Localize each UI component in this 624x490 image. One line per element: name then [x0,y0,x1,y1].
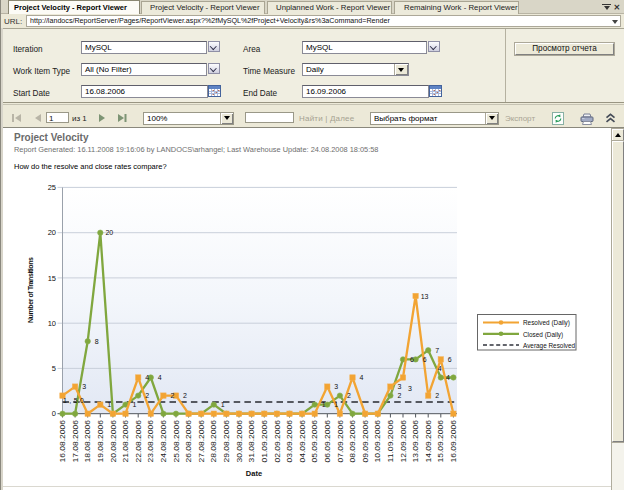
svg-text:5: 5 [52,364,56,373]
svg-text:1: 1 [334,401,338,408]
svg-text:05.09.2006: 05.09.2006 [310,420,319,463]
svg-text:03.09.2006: 03.09.2006 [285,420,294,463]
svg-text:02.09.2006: 02.09.2006 [273,420,282,463]
svg-text:Date: Date [246,469,262,478]
svg-text:3: 3 [408,385,412,392]
svg-text:1: 1 [322,401,326,408]
svg-text:Number of Transitions: Number of Transitions [27,257,34,323]
svg-text:4: 4 [145,374,149,381]
svg-text:15.09.2006: 15.09.2006 [436,420,445,463]
svg-text:3: 3 [82,383,86,390]
svg-text:2: 2 [435,392,439,399]
svg-text:13.09.2006: 13.09.2006 [411,420,420,463]
svg-text:04.09.2006: 04.09.2006 [298,420,307,463]
svg-text:Average Resolved: Average Resolved [523,342,576,350]
svg-text:19.08.2006: 19.08.2006 [96,420,105,463]
svg-text:16.09.2006: 16.09.2006 [449,420,458,463]
svg-text:26.08.2006: 26.08.2006 [184,420,193,463]
svg-text:3: 3 [334,383,338,390]
svg-text:4: 4 [446,374,450,381]
svg-text:20: 20 [105,229,113,236]
svg-text:31.08.2006: 31.08.2006 [247,420,256,463]
svg-text:12.09.2006: 12.09.2006 [399,420,408,463]
svg-text:14.09.2006: 14.09.2006 [424,420,433,463]
svg-text:22.08.2006: 22.08.2006 [134,420,143,463]
svg-text:01.09.2006: 01.09.2006 [260,420,269,463]
svg-text:2: 2 [183,392,187,399]
svg-text:4: 4 [360,374,364,381]
svg-text:1,50: 1,50 [63,397,84,404]
svg-text:6: 6 [410,356,414,363]
svg-text:20: 20 [48,228,56,237]
svg-text:0: 0 [52,409,56,418]
svg-text:06.09.2006: 06.09.2006 [323,420,332,463]
svg-text:1: 1 [133,401,137,408]
svg-text:2: 2 [347,392,351,399]
svg-text:1: 1 [221,401,225,408]
svg-text:1: 1 [107,401,111,408]
svg-text:09.09.2006: 09.09.2006 [361,420,370,463]
svg-text:11.09.2006: 11.09.2006 [386,420,395,463]
svg-text:10: 10 [48,319,56,328]
svg-text:21.08.2006: 21.08.2006 [121,420,130,463]
svg-text:2: 2 [145,392,149,399]
svg-text:20.08.2006: 20.08.2006 [109,420,118,463]
svg-text:2: 2 [397,392,401,399]
svg-text:30.08.2006: 30.08.2006 [235,420,244,463]
svg-text:4: 4 [158,374,162,381]
svg-text:28.08.2006: 28.08.2006 [209,420,218,463]
svg-text:23.08.2006: 23.08.2006 [146,420,155,463]
svg-text:16.08.2006: 16.08.2006 [58,420,67,463]
svg-text:6: 6 [448,356,452,363]
svg-text:7: 7 [435,347,439,354]
svg-text:15: 15 [48,274,56,283]
svg-text:8: 8 [95,338,99,345]
svg-text:2: 2 [170,392,174,399]
svg-text:17.08.2006: 17.08.2006 [71,420,80,463]
svg-text:18.08.2006: 18.08.2006 [83,420,92,463]
svg-text:29.08.2006: 29.08.2006 [222,420,231,463]
svg-text:13: 13 [421,293,429,300]
svg-text:27.08.2006: 27.08.2006 [197,420,206,463]
svg-text:25.08.2006: 25.08.2006 [172,420,181,463]
svg-text:24.08.2006: 24.08.2006 [159,420,168,463]
svg-text:25: 25 [48,183,56,192]
svg-text:10.09.2006: 10.09.2006 [373,420,382,463]
svg-text:3: 3 [397,383,401,390]
svg-text:6: 6 [423,356,427,363]
svg-text:08.09.2006: 08.09.2006 [348,420,357,463]
svg-text:4: 4 [438,365,442,372]
svg-text:Closed (Daily): Closed (Daily) [523,331,563,339]
svg-text:Resolved (Daily): Resolved (Daily) [523,319,570,327]
svg-text:07.09.2006: 07.09.2006 [336,420,345,463]
